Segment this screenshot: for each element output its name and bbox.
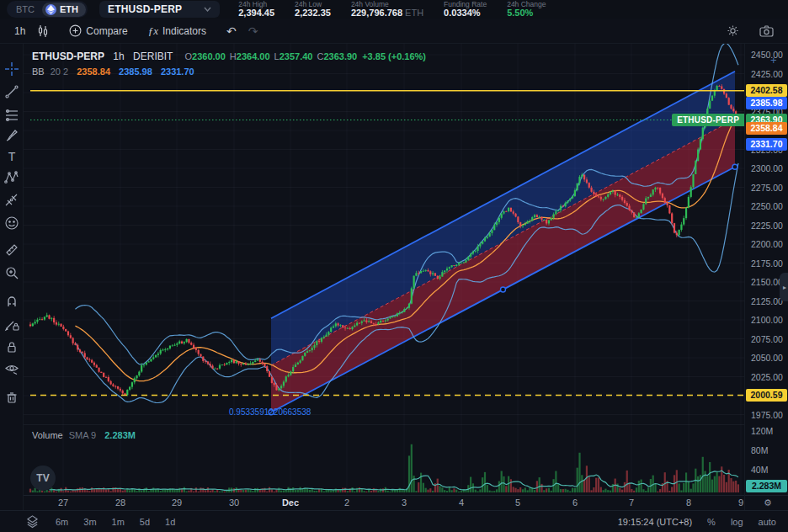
market-stats: 24h High2,394.4524h Low2,232.3524h Volum… (238, 1, 546, 18)
legend-close: 2363.90 (323, 51, 357, 61)
price-tag-yellow: 2000.59 (746, 389, 787, 402)
legend-interval[interactable]: 1h (113, 51, 124, 62)
remove-all-tool[interactable] (3, 389, 20, 406)
eth-logo-icon (45, 4, 56, 15)
volume-name[interactable]: Volume (32, 430, 63, 440)
bb-lower-value: 2331.70 (161, 66, 194, 77)
fx-icon: ƒx (148, 24, 158, 38)
price-tick: 2425.00 (751, 69, 783, 79)
circle-plus-icon (69, 24, 82, 37)
time-tick: 28 (115, 497, 125, 508)
zoom-in-tool[interactable] (3, 264, 20, 281)
stat-24h-low: 24h Low2,232.35 (295, 1, 331, 18)
trend-line-tool[interactable] (3, 83, 20, 100)
emoji-tool[interactable] (3, 215, 20, 231)
symbol-select[interactable]: ETHUSD-PERP (99, 1, 220, 18)
channel-pearson-value: 0.9533591220663538 (229, 407, 311, 417)
tradingview-logo[interactable]: TV (30, 466, 56, 491)
ruler-icon (4, 242, 19, 258)
price-tick: 2300.00 (751, 163, 783, 173)
undo-button[interactable]: ↶ (221, 21, 242, 41)
drawing-lock-tool[interactable] (3, 316, 20, 332)
price-tick: 2025.00 (751, 372, 783, 382)
stat-funding-rate: Funding Rate0.0334% (444, 1, 487, 18)
chart-legend: ETHUSD-PERP 1h DERIBIT O2360.00H2364.00L… (32, 51, 426, 62)
magnet-tool[interactable] (3, 293, 20, 310)
price-tick: 2175.00 (751, 258, 783, 269)
price-axis[interactable]: + ▸ ⚙ 2450.002425.002400.002375.002350.0… (744, 44, 788, 510)
footer: 6m3m1m5d1d 19:15:24 (UTC+8) % log auto (0, 510, 788, 532)
range-5d[interactable]: 5d (134, 515, 156, 529)
tab-btc[interactable]: BTC (8, 4, 42, 14)
price-tick: 2100.00 (751, 315, 783, 325)
time-tick: 4 (459, 497, 464, 508)
ruler-tool[interactable] (3, 242, 20, 258)
tab-eth[interactable]: ETH (42, 3, 86, 17)
time-axis-gear-icon[interactable]: ⚙ (764, 497, 772, 508)
clock[interactable]: 19:15:24 (UTC+8) (618, 517, 692, 527)
legend-open: 2360.00 (192, 51, 226, 61)
range-3m[interactable]: 3m (77, 515, 102, 529)
time-tick: 6 (572, 497, 578, 508)
volume-tick: 40M (751, 465, 768, 475)
time-tick: 30 (229, 497, 239, 508)
lock-all-tool[interactable] (3, 338, 20, 355)
fib-retracement-icon (4, 108, 19, 123)
time-tick: 2 (344, 497, 349, 508)
settings-button[interactable] (721, 21, 745, 40)
axis-separator (745, 495, 788, 496)
volume-pane (29, 444, 739, 492)
symbol-select-value: ETHUSD-PERP (108, 3, 182, 15)
time-tick: 5 (515, 497, 520, 508)
price-tick: 2125.00 (751, 296, 783, 306)
compare-button[interactable]: Compare (63, 21, 133, 40)
price-tick: 1975.00 (751, 410, 783, 420)
xabcd-pattern-tool[interactable] (3, 169, 20, 186)
trend-line-icon (4, 84, 19, 99)
market-switch: BTC ETH (7, 1, 88, 18)
object-tree-icon[interactable] (25, 514, 40, 529)
crosshair-icon (4, 61, 19, 77)
expand-panel-arrow[interactable]: ▸ (780, 273, 788, 301)
range-6m[interactable]: 6m (50, 515, 74, 529)
range-1m[interactable]: 1m (106, 515, 130, 529)
crosshair-tool[interactable] (3, 61, 20, 77)
interval-button[interactable]: 1h (8, 22, 31, 40)
price-tag-yellow: 2402.58 (746, 84, 787, 97)
candles-icon (37, 24, 49, 38)
stat-24h-high: 24h High2,394.45 (238, 1, 274, 18)
emoji-icon (4, 215, 19, 231)
price-tick: 2450.00 (751, 50, 783, 60)
auto-scale-button[interactable]: auto (759, 517, 776, 527)
volume-tick: 120M (751, 426, 773, 436)
log-scale-button[interactable]: log (731, 517, 743, 527)
fib-retracement-tool[interactable] (3, 107, 20, 124)
hide-all-tool[interactable] (3, 360, 20, 377)
indicators-button[interactable]: ƒx Indicators (142, 21, 212, 41)
stat-24h-change: 24h Change5.50% (507, 1, 546, 18)
chart-type-button[interactable] (31, 21, 55, 41)
price-tick: 2075.00 (751, 334, 783, 344)
bb-basis-value: 2358.84 (77, 66, 110, 77)
lock-all-icon (4, 339, 19, 354)
camera-icon (759, 25, 774, 37)
bb-params: 20 2 (51, 66, 68, 77)
text-tool[interactable]: T (3, 148, 20, 165)
current-symbol-tag: ETHUSD-PERP (672, 114, 744, 126)
channel-upper-fill (271, 72, 735, 365)
topbar: BTC ETH ETHUSD-PERP 24h High2,394.4524h … (0, 0, 788, 19)
legend-symbol[interactable]: ETHUSD-PERP (32, 51, 104, 62)
volume-legend: Volume SMA 9 2.283M (32, 430, 136, 440)
price-tick: 2225.00 (751, 221, 783, 231)
forecast-icon (4, 193, 19, 208)
bb-name[interactable]: BB (32, 66, 45, 77)
price-tick: 2275.00 (751, 183, 783, 193)
forecast-tool[interactable] (3, 192, 20, 209)
chart-area[interactable]: 27282930Dec23456789 ETHUSD-PERP 1h DERIB… (24, 44, 744, 510)
volume-sma-label: SMA 9 (69, 430, 96, 440)
redo-button[interactable]: ↷ (242, 21, 264, 41)
screenshot-button[interactable] (753, 21, 780, 40)
range-1d[interactable]: 1d (159, 515, 181, 529)
percent-scale-button[interactable]: % (707, 517, 716, 527)
brush-tool[interactable] (3, 127, 20, 144)
